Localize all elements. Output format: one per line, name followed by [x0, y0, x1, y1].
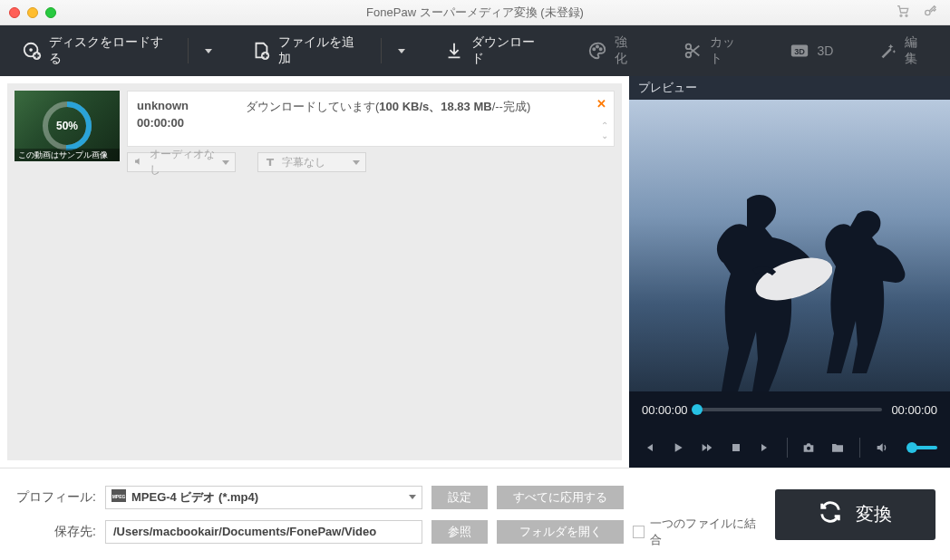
add-file-label: ファイルを追加: [278, 34, 363, 67]
minimize-window-icon[interactable]: [27, 7, 38, 18]
svg-point-8: [596, 45, 598, 47]
open-folder-button[interactable]: [830, 440, 845, 455]
3d-icon: 3D: [790, 41, 809, 61]
load-disc-label: ディスクをロードする: [49, 34, 170, 67]
close-window-icon[interactable]: [9, 7, 20, 18]
titlebar: FonePaw スーパーメディア変換 (未登録): [0, 0, 950, 25]
audio-track-value: オーディオなし: [150, 147, 217, 178]
profile-select[interactable]: MPEG MPEG-4 ビデオ (*.mp4): [105, 486, 422, 509]
volume-slider[interactable]: [907, 446, 937, 449]
subtitle-value: 字幕なし: [282, 155, 325, 170]
remove-item-button[interactable]: ✕: [596, 97, 606, 111]
preview-title: プレビュー: [629, 76, 950, 100]
skip-start-button[interactable]: [642, 440, 656, 455]
skip-end-button[interactable]: [758, 440, 772, 455]
preview-time-end: 00:00:00: [891, 403, 937, 417]
download-button[interactable]: ダウンロード: [439, 29, 548, 72]
preview-panel: プレビュー 00:00:00 00:00:00: [629, 76, 950, 468]
3d-label: 3D: [817, 43, 833, 58]
download-label: ダウンロード: [471, 34, 543, 67]
svg-point-7: [594, 48, 596, 50]
download-icon: [444, 41, 464, 61]
svg-text:MPEG: MPEG: [112, 494, 126, 499]
chevron-down-icon: [222, 160, 229, 165]
convert-icon: [818, 499, 843, 529]
convert-label: 変換: [856, 502, 892, 526]
apply-all-button[interactable]: すべてに応用する: [497, 486, 624, 509]
file-list-panel: 50% この動画はサンプル画像 unknown 00:00:00 ダウンロードし…: [0, 76, 629, 468]
item-scroll-hint: ⌃⌄: [601, 121, 608, 140]
svg-point-1: [906, 14, 907, 16]
item-filename: unknown: [137, 99, 246, 112]
speaker-icon: [133, 156, 144, 169]
thumbnail: 50% この動画はサンプル画像: [15, 91, 120, 161]
text-icon: [264, 156, 276, 169]
toolbar: ディスクをロードする ファイルを追加 ダウンロード 強化 カット 3D: [0, 25, 950, 76]
item-card: unknown 00:00:00 ダウンロードしています(100 KB/s、18…: [127, 91, 615, 147]
chevron-down-icon: [353, 160, 360, 165]
window-title: FonePaw スーパーメディア変換 (未登録): [366, 5, 584, 21]
enhance-label: 強化: [615, 34, 638, 67]
merge-label: 一つのファイルに結合: [650, 516, 757, 548]
svg-point-9: [600, 48, 602, 50]
mpeg-icon: MPEG: [111, 489, 126, 505]
disc-icon: [22, 41, 42, 61]
cart-icon[interactable]: [896, 4, 910, 21]
progress-ring: 50%: [41, 100, 93, 152]
zoom-window-icon[interactable]: [45, 7, 56, 18]
volume-icon[interactable]: [875, 440, 889, 455]
svg-text:3D: 3D: [795, 47, 806, 56]
audio-track-select[interactable]: オーディオなし: [127, 152, 236, 172]
thumbnail-caption: この動画はサンプル画像: [15, 149, 120, 161]
progress-percent: 50%: [56, 120, 78, 132]
3d-button[interactable]: 3D 3D: [784, 35, 839, 66]
preview-time-start: 00:00:00: [642, 403, 688, 417]
cut-button[interactable]: カット: [677, 29, 751, 72]
svg-point-2: [926, 10, 930, 14]
cut-label: カット: [710, 34, 745, 67]
palette-icon: [587, 41, 607, 61]
load-disc-dropdown[interactable]: [205, 49, 212, 53]
svg-point-18: [807, 447, 810, 450]
snapshot-button[interactable]: [801, 440, 816, 455]
scissors-icon: [683, 41, 703, 61]
add-file-button[interactable]: ファイルを追加: [246, 29, 368, 72]
key-icon[interactable]: [923, 4, 937, 21]
svg-point-4: [29, 48, 33, 52]
seek-slider[interactable]: [697, 408, 883, 411]
item-status: ダウンロードしています(100 KB/s、18.83 MB/--完成): [246, 99, 530, 115]
svg-point-0: [900, 14, 902, 16]
add-file-dropdown[interactable]: [398, 49, 405, 53]
load-disc-button[interactable]: ディスクをロードする: [16, 29, 175, 72]
window-controls: [0, 7, 56, 18]
edit-button[interactable]: 編集: [872, 29, 934, 72]
profile-label: プロフィール:: [15, 489, 96, 506]
magic-wand-icon: [877, 41, 897, 61]
merge-checkbox[interactable]: [633, 526, 645, 538]
convert-button[interactable]: 変換: [775, 489, 935, 540]
save-path-input[interactable]: [105, 520, 422, 544]
chevron-down-icon: [409, 495, 416, 499]
stop-button[interactable]: [729, 440, 743, 455]
enhance-button[interactable]: 強化: [582, 29, 644, 72]
save-label: 保存先:: [15, 524, 96, 540]
subtitle-select[interactable]: 字幕なし: [257, 152, 366, 172]
profile-value: MPEG-4 ビデオ (*.mp4): [131, 489, 258, 506]
bottom-bar: プロフィール: MPEG MPEG-4 ビデオ (*.mp4) 設定 すべてに応…: [0, 468, 950, 560]
play-button[interactable]: [671, 440, 685, 455]
browse-button[interactable]: 参照: [431, 520, 488, 544]
open-folder-button[interactable]: フォルダを開く: [497, 520, 624, 544]
item-duration: 00:00:00: [137, 116, 246, 130]
list-item[interactable]: 50% この動画はサンプル画像 unknown 00:00:00 ダウンロードし…: [15, 91, 615, 172]
file-add-icon: [251, 41, 271, 61]
settings-button[interactable]: 設定: [431, 486, 488, 509]
preview-image: [629, 100, 950, 391]
svg-rect-17: [732, 444, 740, 451]
fast-forward-button[interactable]: [700, 440, 714, 455]
edit-label: 編集: [905, 34, 928, 67]
